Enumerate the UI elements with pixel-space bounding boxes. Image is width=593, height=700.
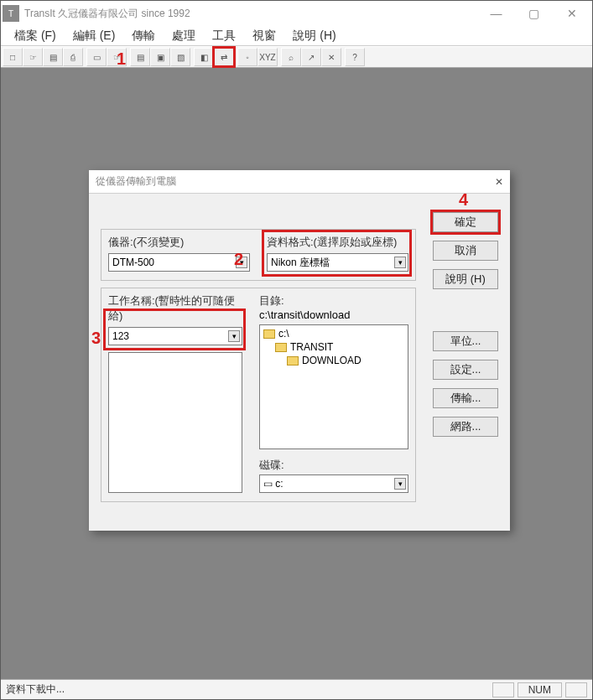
ok-button[interactable]: 確定 [433,212,498,232]
disk-combo[interactable]: ▭ c: ▾ [259,474,408,493]
toolbar-btn-5[interactable]: ▭ [86,48,107,66]
menu-edit[interactable]: 編輯 (E) [65,29,124,44]
instrument-combo[interactable]: DTM-500 ▾ [108,253,250,272]
instrument-value: DTM-500 [112,257,154,268]
chevron-down-icon: ▾ [228,330,240,342]
status-num: NUM [518,682,562,697]
disk-label: 磁碟: [259,458,408,473]
help-button[interactable]: 說明 (H) [433,269,498,289]
close-button[interactable]: ✕ [553,2,590,25]
job-group: 工作名稱:(暫時性的可隨便給) 123 ▾ 3 [101,288,416,502]
minimize-button[interactable]: — [477,2,515,25]
work-area: 1 從儀器傳輸到電腦 ✕ 4 確定 取消 說明 (H) 單位... 設定... … [1,68,592,679]
toolbar-btn-xyz[interactable]: XYZ [257,48,278,66]
annotation-3: 3 [91,329,101,348]
toolbar-btn-10[interactable]: ▧ [170,48,190,66]
status-cell [492,682,514,697]
chevron-down-icon: ▾ [394,478,406,490]
dialog-title: 從儀器傳輸到電腦 [96,174,495,189]
dialog-button-column: 確定 取消 說明 (H) 單位... 設定... 傳輸... 網路... [433,212,498,437]
instrument-label: 儀器:(不須變更) [108,235,250,250]
menu-window[interactable]: 視窗 [244,29,284,44]
tool-bar: □ ☞ ▤ ⎙ ▭ ☞ ▤ ▣ ▧ ◧ ⇄ ◦ XYZ ⌕ ↗ ✕ ? [1,46,592,68]
toolbar-btn-print[interactable]: ⎙ [63,48,83,66]
annotation-2: 2 [234,250,243,269]
menu-tools[interactable]: 工具 [204,29,244,44]
toolbar-btn-19[interactable]: ↗ [301,48,321,66]
toolbar-btn-20[interactable]: ✕ [321,48,341,66]
format-combo[interactable]: Nikon 座標檔 ▾ [267,253,408,272]
tree-item[interactable]: c:\ [263,327,404,340]
transfer-button[interactable]: 傳輸... [433,388,498,408]
dir-label: 目錄: [259,293,408,309]
toolbar-btn-download[interactable]: ⇄ [214,48,234,66]
folder-icon [275,343,287,352]
folder-icon [263,329,275,339]
maximize-button[interactable]: ▢ [515,2,553,25]
dir-tree[interactable]: c:\ TRANSIT DOWNLOAD [259,324,408,449]
job-label: 工作名稱:(暫時性的可隨便給) [108,293,242,324]
menu-bar: 檔案 (F) 編輯 (E) 傳輸 處理 工具 視窗 說明 (H) [1,26,592,46]
network-button[interactable]: 網路... [433,417,498,437]
job-combo[interactable]: 123 ▾ [108,327,242,345]
job-list[interactable] [108,352,242,493]
menu-transfer[interactable]: 傳輸 [123,29,164,44]
toolbar-btn-8[interactable]: ▤ [130,48,150,66]
download-dialog: 從儀器傳輸到電腦 ✕ 4 確定 取消 說明 (H) 單位... 設定... 傳輸… [89,170,510,531]
cancel-button[interactable]: 取消 [433,241,498,261]
dir-value: c:\transit\download [259,309,408,321]
menu-file[interactable]: 檔案 (F) [6,29,65,44]
toolbar-btn-9[interactable]: ▣ [150,48,170,66]
toolbar-btn-15[interactable]: ◦ [237,48,257,66]
toolbar-btn-12[interactable]: ◧ [194,48,214,66]
format-label: 資料格式:(選擇原始或座標) [267,235,408,250]
app-icon: T [3,5,19,22]
folder-icon [287,356,299,366]
toolbar-btn-open[interactable]: ☞ [23,48,43,66]
chevron-down-icon: ▾ [394,257,406,268]
annotation-1: 1 [117,49,126,69]
units-button[interactable]: 單位... [433,331,498,351]
disk-value: ▭ c: [263,478,283,490]
title-bar: T TransIt 久冠儀器有限公司 since 1992 — ▢ ✕ [1,1,592,26]
instrument-group: 儀器:(不須變更) DTM-500 ▾ 資料格式:(選擇原始或座標) Ni [101,229,416,281]
dialog-close-icon[interactable]: ✕ [495,176,503,188]
status-cell [565,682,587,697]
status-text: 資料下載中... [6,682,65,697]
menu-process[interactable]: 處理 [164,29,204,44]
format-value: Nikon 座標檔 [271,256,330,270]
toolbar-btn-new[interactable]: □ [3,48,23,66]
status-bar: 資料下載中... NUM [1,679,592,699]
settings-button[interactable]: 設定... [433,360,498,380]
annotation-4: 4 [459,190,468,210]
tree-item[interactable]: TRANSIT [263,340,404,354]
toolbar-btn-save[interactable]: ▤ [43,48,63,66]
toolbar-btn-18[interactable]: ⌕ [281,48,301,66]
window-title: TransIt 久冠儀器有限公司 since 1992 [24,7,477,21]
toolbar-btn-help[interactable]: ? [345,48,365,66]
dialog-title-bar: 從儀器傳輸到電腦 ✕ [89,170,510,194]
job-value: 123 [112,330,129,342]
tree-item[interactable]: DOWNLOAD [263,354,404,367]
menu-help[interactable]: 說明 (H) [284,29,344,44]
